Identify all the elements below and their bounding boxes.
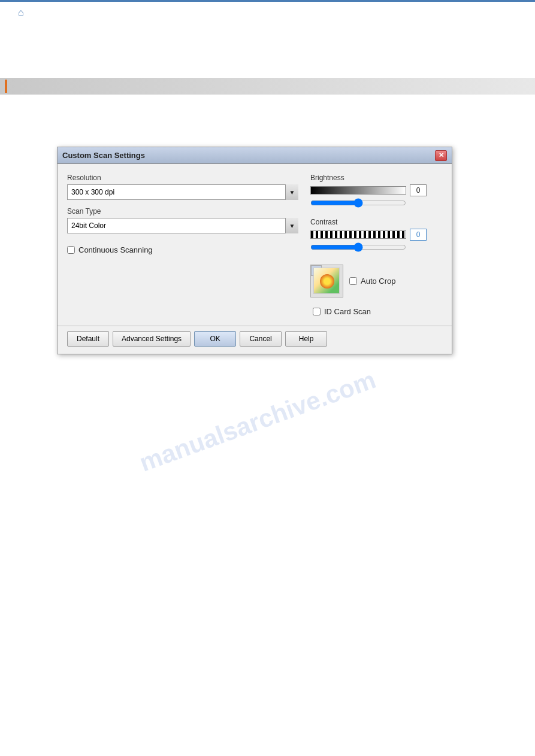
contrast-value: 0 [410, 229, 427, 241]
right-panel: Brightness 0 Contrast 0 [310, 174, 442, 316]
section-header [0, 78, 535, 95]
dialog-titlebar: Custom Scan Settings ✕ [58, 147, 452, 164]
contrast-section: Contrast 0 [310, 218, 442, 253]
brightness-value: 0 [410, 184, 427, 196]
auto-crop-checkbox[interactable] [349, 277, 357, 285]
dialog-title: Custom Scan Settings [62, 151, 145, 160]
section-header-accent [5, 80, 7, 93]
brightness-label: Brightness [310, 174, 442, 182]
scan-type-label: Scan Type [67, 207, 298, 215]
scan-type-dropdown[interactable]: 24bit Color [67, 218, 298, 233]
continuous-scanning-row: Continuous Scanning [67, 245, 298, 254]
continuous-scanning-checkbox[interactable] [67, 246, 75, 254]
id-card-scan-checkbox[interactable] [313, 308, 321, 315]
help-button[interactable]: Help [285, 331, 327, 347]
id-card-scan-label: ID Card Scan [324, 307, 371, 316]
scan-type-dropdown-wrapper: 24bit Color ▼ [67, 218, 298, 233]
advanced-settings-button[interactable]: Advanced Settings [113, 331, 191, 347]
ok-button[interactable]: OK [194, 331, 236, 347]
top-line [0, 0, 535, 2]
contrast-label: Contrast [310, 218, 442, 226]
scan-type-field: Scan Type 24bit Color ▼ [67, 207, 298, 233]
preview-thumbnail: ≡ [310, 265, 343, 297]
resolution-field: Resolution 300 x 300 dpi ▼ [67, 174, 298, 200]
id-card-scan-row: ID Card Scan [313, 307, 442, 316]
default-button[interactable]: Default [67, 331, 109, 347]
dialog-content: Resolution 300 x 300 dpi ▼ Scan Type 24b… [58, 164, 452, 321]
brightness-slider[interactable] [310, 198, 406, 208]
resolution-dropdown[interactable]: 300 x 300 dpi [67, 184, 298, 200]
contrast-track-container: 0 [310, 229, 442, 241]
brightness-slider-row [310, 198, 442, 208]
preview-image [313, 268, 340, 294]
close-button[interactable]: ✕ [435, 150, 447, 161]
contrast-gradient-bar [310, 230, 406, 239]
cancel-button[interactable]: Cancel [240, 331, 282, 347]
resolution-label: Resolution [67, 174, 298, 182]
contrast-slider-row [310, 242, 442, 253]
brightness-section: Brightness 0 [310, 174, 442, 208]
watermark: manualsarchive.com [112, 357, 403, 486]
continuous-scanning-label: Continuous Scanning [78, 245, 153, 254]
brightness-track-container: 0 [310, 184, 442, 196]
contrast-slider[interactable] [310, 242, 406, 253]
auto-crop-label: Auto Crop [361, 277, 396, 286]
resolution-dropdown-wrapper: 300 x 300 dpi ▼ [67, 184, 298, 200]
custom-scan-settings-dialog: Custom Scan Settings ✕ Resolution 300 x … [57, 147, 452, 354]
left-panel: Resolution 300 x 300 dpi ▼ Scan Type 24b… [67, 174, 298, 316]
brightness-gradient-bar [310, 186, 406, 195]
auto-crop-row: Auto Crop [349, 277, 396, 286]
preview-autocrop-row: ≡ Auto Crop [310, 265, 442, 297]
dialog-buttons: Default Advanced Settings OK Cancel Help [58, 326, 452, 354]
home-icon[interactable]: ⌂ [18, 7, 24, 18]
